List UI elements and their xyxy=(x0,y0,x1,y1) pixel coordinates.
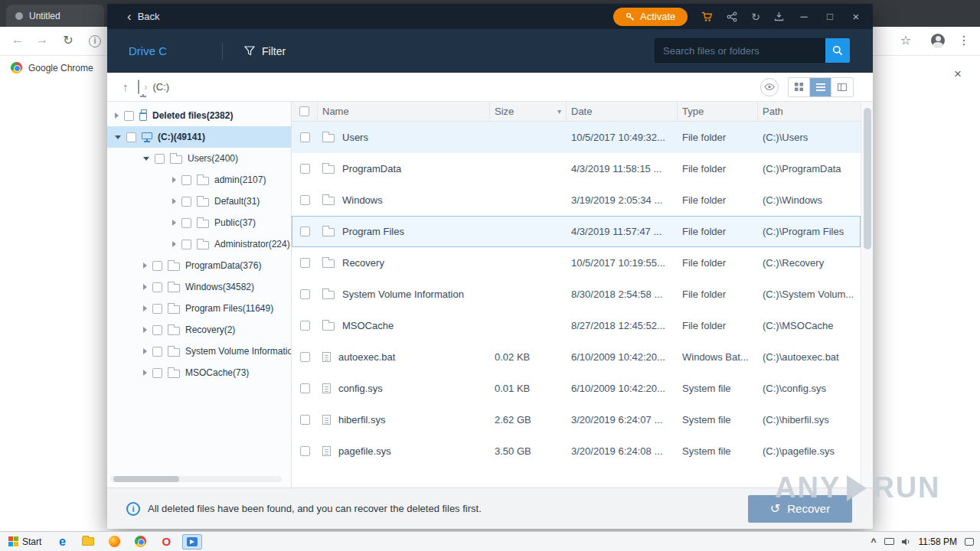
site-info-icon[interactable]: i xyxy=(89,35,101,47)
bookmark-google-chrome[interactable]: Google Chrome xyxy=(11,62,93,73)
row-checkbox[interactable] xyxy=(300,195,310,205)
tree-item[interactable]: (C:)(49141) xyxy=(107,126,291,148)
tree-checkbox[interactable] xyxy=(152,261,162,271)
tree-checkbox[interactable] xyxy=(152,282,162,292)
file-row[interactable]: Windows 3/19/2019 2:05:34 ... File folde… xyxy=(292,184,861,216)
bookmark-star-icon[interactable]: ☆ xyxy=(897,33,914,47)
display-icon[interactable] xyxy=(884,538,894,545)
tree-checkbox[interactable] xyxy=(155,154,165,164)
column-header-path[interactable]: Path xyxy=(758,102,861,121)
expand-arrow-icon[interactable] xyxy=(143,370,147,376)
size-filter-dropdown-icon[interactable]: ▾ xyxy=(557,107,561,116)
taskbar-opera-button[interactable]: O xyxy=(156,534,176,549)
tree-item[interactable]: Users(2400) xyxy=(107,148,291,169)
scrollbar-thumb[interactable] xyxy=(864,108,871,249)
recover-button[interactable]: ↺ Recover xyxy=(748,495,852,523)
activate-button[interactable]: Activate xyxy=(613,8,688,26)
share-icon[interactable] xyxy=(727,11,737,22)
tree-checkbox[interactable] xyxy=(152,304,162,314)
start-button[interactable]: Start xyxy=(4,535,46,549)
tree-item[interactable]: Deleted files(2382) xyxy=(107,105,291,126)
tree-item[interactable]: ProgramData(376) xyxy=(107,255,291,276)
detail-view-button[interactable] xyxy=(831,78,853,96)
browser-back-icon[interactable]: ← xyxy=(9,33,26,47)
row-checkbox[interactable] xyxy=(300,227,310,236)
close-window-icon[interactable]: × xyxy=(850,10,862,23)
tree-checkbox[interactable] xyxy=(181,218,191,228)
preview-button[interactable] xyxy=(760,78,779,96)
list-view-button[interactable] xyxy=(810,78,831,96)
expand-arrow-icon[interactable] xyxy=(143,348,147,354)
row-checkbox[interactable] xyxy=(300,415,310,425)
expand-arrow-icon[interactable] xyxy=(143,305,147,311)
tree-checkbox[interactable] xyxy=(152,347,162,357)
tray-expand-icon[interactable]: ^ xyxy=(871,536,877,547)
taskbar-firefox-button[interactable] xyxy=(104,534,124,549)
tree-checkbox[interactable] xyxy=(152,325,162,335)
row-checkbox[interactable] xyxy=(300,352,310,362)
column-header-date[interactable]: Date xyxy=(567,102,678,121)
tree-checkbox[interactable] xyxy=(124,111,134,121)
tree-checkbox[interactable] xyxy=(126,132,136,142)
tree-item[interactable]: Recovery(2) xyxy=(107,319,291,341)
vertical-scrollbar[interactable] xyxy=(861,102,873,487)
tree-checkbox[interactable] xyxy=(181,197,191,207)
row-checkbox[interactable] xyxy=(300,446,310,456)
row-checkbox[interactable] xyxy=(300,164,310,174)
tree-item[interactable]: Default(31) xyxy=(107,191,291,212)
expand-arrow-icon[interactable] xyxy=(172,198,176,204)
column-header-size[interactable]: Size▾ xyxy=(490,102,567,121)
tree-item[interactable]: admin(2107) xyxy=(107,169,291,191)
column-header-name[interactable]: Name xyxy=(318,102,490,121)
file-row[interactable]: Program Files 4/3/2019 11:57:47 ... File… xyxy=(292,216,861,247)
tree-item[interactable]: System Volume Information xyxy=(107,341,291,362)
tree-checkbox[interactable] xyxy=(181,175,191,185)
browser-menu-icon[interactable]: ⋮ xyxy=(956,33,972,47)
maximize-icon[interactable]: □ xyxy=(824,11,836,22)
browser-forward-icon[interactable]: → xyxy=(34,33,51,47)
tree-checkbox[interactable] xyxy=(181,240,191,249)
expand-arrow-icon[interactable] xyxy=(143,327,147,333)
scrollbar-thumb[interactable] xyxy=(113,476,179,482)
row-checkbox[interactable] xyxy=(300,132,310,142)
sync-icon[interactable]: ↻ xyxy=(751,11,760,23)
expand-arrow-icon[interactable] xyxy=(172,177,176,183)
file-row[interactable]: System Volume Information 8/30/2018 2:54… xyxy=(292,279,861,310)
volume-icon[interactable] xyxy=(902,538,911,546)
tree-item[interactable]: Program Files(11649) xyxy=(107,298,291,319)
expand-arrow-icon[interactable] xyxy=(172,220,176,226)
drive-tab[interactable]: Drive C xyxy=(129,44,167,57)
expand-arrow-icon[interactable] xyxy=(143,262,147,269)
clock[interactable]: 11:58 PM xyxy=(919,536,957,547)
search-input[interactable] xyxy=(655,38,825,63)
expand-arrow-icon[interactable] xyxy=(143,284,147,290)
expand-arrow-icon[interactable] xyxy=(143,157,149,161)
close-icon[interactable]: × xyxy=(954,67,962,82)
expand-arrow-icon[interactable] xyxy=(115,112,119,119)
file-row[interactable]: hiberfil.sys 2.62 GB 3/20/2019 6:24:07 .… xyxy=(292,404,861,435)
back-button[interactable]: ‹ Back xyxy=(127,10,160,23)
browser-reload-icon[interactable]: ↻ xyxy=(60,33,77,47)
taskbar-edge-button[interactable]: e xyxy=(52,534,72,549)
file-row[interactable]: config.sys 0.01 KB 6/10/2009 10:42:20...… xyxy=(292,373,861,404)
file-row[interactable]: pagefile.sys 3.50 GB 3/20/2019 6:24:08 .… xyxy=(292,435,861,467)
taskbar-recovery-app-button[interactable] xyxy=(182,534,202,549)
taskbar-explorer-button[interactable] xyxy=(78,534,98,549)
filter-button[interactable]: Filter xyxy=(244,45,286,57)
column-header-type[interactable]: Type xyxy=(678,102,758,121)
expand-arrow-icon[interactable] xyxy=(115,135,121,139)
row-checkbox[interactable] xyxy=(300,383,310,393)
select-all-checkbox[interactable] xyxy=(299,106,309,116)
tree-item[interactable]: Public(37) xyxy=(107,212,291,233)
row-checkbox[interactable] xyxy=(300,258,310,268)
taskbar-chrome-button[interactable] xyxy=(130,534,150,549)
file-row[interactable]: ProgramData 4/3/2019 11:58:15 ... File f… xyxy=(292,153,861,184)
file-row[interactable]: autoexec.bat 0.02 KB 6/10/2009 10:42:20.… xyxy=(292,341,861,373)
file-row[interactable]: MSOCache 8/27/2018 12:45:52... File fold… xyxy=(292,310,861,341)
minimize-icon[interactable]: ─ xyxy=(798,11,810,22)
cart-icon[interactable] xyxy=(701,11,713,22)
tree-item[interactable]: Administrator(224) xyxy=(107,233,291,255)
tree-checkbox[interactable] xyxy=(152,368,162,378)
file-row[interactable]: Users 10/5/2017 10:49:32... File folder … xyxy=(292,122,861,153)
browser-tab[interactable]: Untitled xyxy=(6,5,104,27)
